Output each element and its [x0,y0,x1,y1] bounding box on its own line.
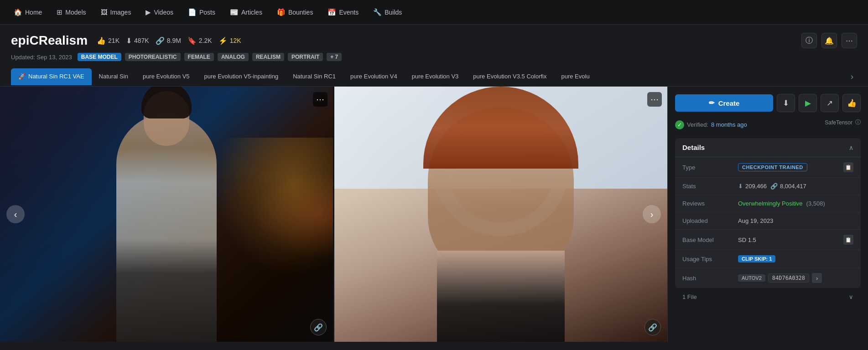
version-tab-6[interactable]: pure Evolution V3 [405,68,466,85]
info-button[interactable]: ⓘ [801,33,817,48]
create-icon: ✏ [709,99,715,107]
bounties-icon: 🎁 [277,8,286,16]
details-row-base-model: Base Model SD 1.5 📋 [675,230,861,250]
tag-portrait[interactable]: PORTRAIT [288,53,323,61]
nav-builds[interactable]: 🔧 Builds [367,5,408,19]
nav-posts[interactable]: 📄 Posts [182,5,222,19]
tag-realism[interactable]: REALISM [252,53,284,61]
versions-bar: 🚀 Natural Sin RC1 VAE Natural Sin pure E… [0,67,868,87]
hash-arrow-button[interactable]: › [812,273,822,283]
reviews-count: (3,508) [806,200,825,207]
nav-images-label: Images [110,9,131,16]
gallery-link-btn-2[interactable]: 🔗 [645,319,661,335]
nav-articles[interactable]: 📰 Articles [223,5,269,19]
title-row: epiCRealism 👍 21K ⬇ 487K 🔗 8.9M 🔖 2.2K ⚡… [11,33,857,48]
nav-home[interactable]: 🏠 Home [7,5,48,19]
base-model-value: SD 1.5 [738,237,838,243]
files-chevron-icon: ∨ [849,293,853,300]
version-tab-7[interactable]: pure Evolution V3.5 Colorfix [466,68,554,85]
safetensor-row: SafeTensor ⓘ [825,118,861,126]
tag-photorealistic[interactable]: PHOTOREALISTIC [125,53,181,61]
verified-date[interactable]: 8 months ago [711,121,747,128]
tag-base-model[interactable]: BASE MODEL [78,53,121,61]
play-button[interactable]: ▶ [799,94,817,112]
thumbs-up-icon: 👍 [97,36,106,45]
usage-tips-value: CLIP SKIP: 1 [738,255,853,262]
action-row: ✏ Create ⬇ ▶ ↗ 👍 [675,94,861,112]
details-header[interactable]: Details ∧ [675,138,861,157]
nav-images[interactable]: 🖼 Images [94,5,138,19]
downloads-count: 487K [134,37,149,44]
gallery: ⋯ 🔗 ‹ ⋯ 🔗 [0,87,667,342]
nav-videos[interactable]: ▶ Videos [139,5,180,19]
bell-button[interactable]: 🔔 [821,33,837,48]
verified-safetensor-row: ✓ Verified: 8 months ago SafeTensor ⓘ [675,118,861,133]
clip-skip-badge: CLIP SKIP: 1 [738,255,775,262]
version-tab-5[interactable]: pure Evolution V4 [343,68,405,85]
lightning-icon: ⚡ [218,36,228,45]
nav-bounties[interactable]: 🎁 Bounties [270,5,319,19]
safetensor-label: SafeTensor [825,119,852,126]
create-button[interactable]: ✏ Create [675,94,773,112]
links-stat: 🔗 8.9M [156,36,181,45]
version-tab-4[interactable]: Natural Sin RC1 [286,68,343,85]
bookmarks-stat: 🔖 2.2K [187,36,212,45]
nav-events[interactable]: 📅 Events [321,5,365,19]
gallery-image-1[interactable]: ⋯ 🔗 ‹ [0,87,333,342]
link-icon: 🔗 [156,36,165,45]
more-button[interactable]: ⋯ [842,33,857,48]
uploaded-date: Aug 19, 2023 [738,217,773,224]
models-icon: ⊞ [57,8,62,16]
like-button[interactable]: 👍 [842,94,861,112]
version-tab-8[interactable]: pure Evolu [554,68,597,85]
version-tab-3[interactable]: pure Evolution V5-inpainting [197,68,286,85]
nav-events-label: Events [339,9,359,16]
gallery-prev-button[interactable]: ‹ [6,205,25,223]
nav-articles-label: Articles [241,9,262,16]
details-row-hash: Hash AUTOV2 84D76A0328 › [675,268,861,288]
bookmarks-count: 2.2K [199,37,212,44]
rocket-icon: 🚀 [18,73,26,80]
gallery-more-btn-2[interactable]: ⋯ [647,92,662,107]
share-button[interactable]: ↗ [821,94,839,112]
tag-more[interactable]: + 7 [327,53,342,61]
links-count: 8.9M [167,37,181,44]
base-model-copy-button[interactable]: 📋 [843,235,853,245]
share-icon: ↗ [826,98,833,108]
version-tab-active[interactable]: 🚀 Natural Sin RC1 VAE [11,68,92,85]
image-placeholder-2 [334,87,667,342]
nav-models[interactable]: ⊞ Models [50,5,92,19]
tag-analog[interactable]: ANALOG [218,53,249,61]
tags-row: Updated: Sep 13, 2023 BASE MODEL PHOTORE… [11,53,857,61]
updated-text: Updated: Sep 13, 2023 [11,54,72,61]
version-tab-1[interactable]: Natural Sin [92,68,135,85]
gallery-link-btn-1[interactable]: 🔗 [310,319,327,335]
version-tab-6-label: pure Evolution V3 [412,73,459,80]
download-button[interactable]: ⬇ [777,94,795,112]
downloads-stat: ⬇ 487K [126,36,149,45]
reviews-sentiment[interactable]: Overwhelmingly Positive [738,200,803,207]
checkpoint-badge: CHECKPOINT TRAINED [738,163,807,171]
base-model-label: Base Model [682,237,733,243]
version-tab-2[interactable]: pure Evolution V5 [135,68,197,85]
stats-value: ⬇ 209,466 🔗 8,004,417 [738,183,853,190]
tag-female[interactable]: FEMALE [184,53,214,61]
buzz-stat: ⚡ 12K [218,36,241,45]
files-section[interactable]: 1 File ∨ [675,288,861,303]
versions-scroll-right[interactable]: › [847,67,857,86]
gallery-next-button[interactable]: › [643,205,661,223]
like-icon: 👍 [847,98,857,108]
nav-builds-label: Builds [385,9,402,16]
gallery-more-btn-1[interactable]: ⋯ [313,92,327,107]
details-chevron-icon: ∧ [849,144,853,151]
gallery-image-2[interactable]: ⋯ 🔗 › [334,87,667,342]
image-overlay-1 [0,87,333,342]
links-stat-detail: 🔗 8,004,417 [770,183,806,190]
details-card: Details ∧ Type CHECKPOINT TRAINED 📋 Stat… [675,138,861,288]
events-icon: 📅 [327,8,336,16]
type-copy-button[interactable]: 📋 [843,162,853,172]
images-icon: 🖼 [101,8,108,16]
version-tab-4-label: Natural Sin RC1 [293,73,336,80]
create-label: Create [718,99,740,107]
download-icon: ⬇ [783,98,789,108]
